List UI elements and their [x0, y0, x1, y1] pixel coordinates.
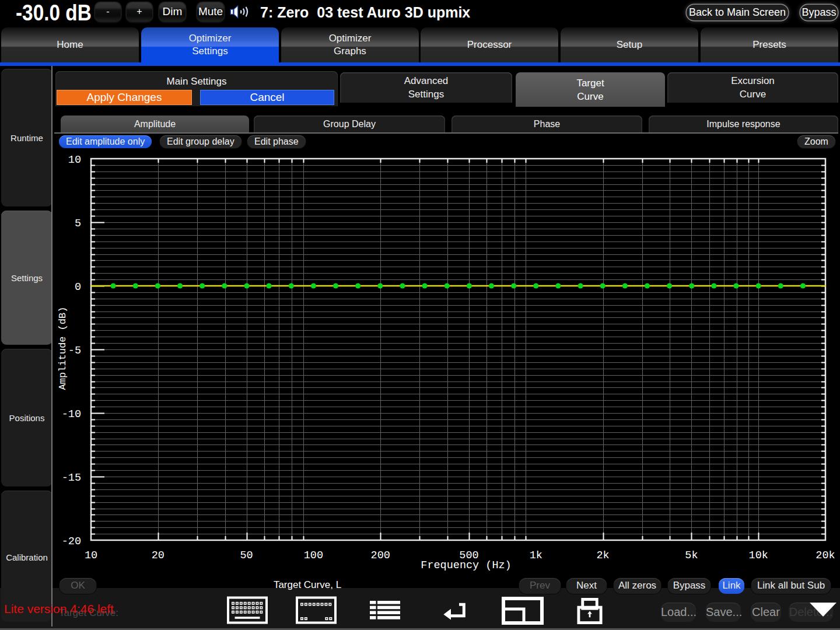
svg-text:Amplitude (dB): Amplitude (dB)	[57, 307, 68, 390]
svg-text:10k: 10k	[749, 550, 768, 562]
svg-text:20: 20	[152, 550, 164, 562]
svg-text:-10: -10	[62, 408, 81, 421]
svg-text:-15: -15	[62, 472, 81, 484]
svg-text:5: 5	[75, 218, 81, 230]
svg-text:-5: -5	[68, 345, 81, 357]
svg-text:10: 10	[68, 154, 81, 166]
svg-text:20k: 20k	[816, 550, 835, 562]
svg-text:Frequency (Hz): Frequency (Hz)	[421, 559, 511, 572]
svg-text:200: 200	[371, 550, 390, 562]
svg-text:0: 0	[75, 281, 81, 293]
svg-text:100: 100	[304, 550, 323, 562]
svg-text:50: 50	[240, 550, 253, 562]
svg-text:2k: 2k	[596, 550, 609, 562]
svg-text:10: 10	[85, 550, 97, 562]
svg-text:1k: 1k	[530, 550, 542, 562]
svg-text:-20: -20	[62, 536, 81, 548]
svg-text:5k: 5k	[685, 550, 698, 562]
